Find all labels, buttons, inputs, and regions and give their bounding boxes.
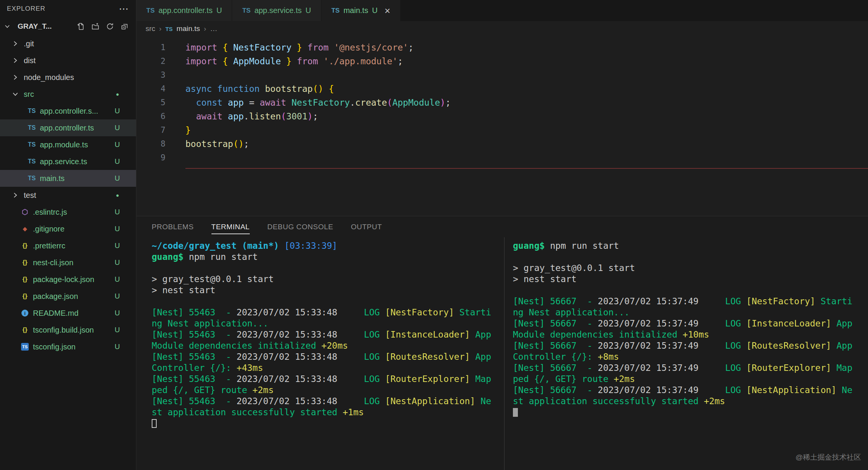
tree-item-package-lock-json[interactable]: {}package-lock.jsonU <box>0 271 136 288</box>
text-segment: { <box>329 84 334 94</box>
more-actions-icon[interactable]: ⋯ <box>119 3 129 15</box>
explorer-sidebar: EXPLORER ⋯ GRAY_T... <box>0 0 136 470</box>
terminal-line <box>513 285 868 296</box>
code-text: await app.listen(3001); <box>165 109 318 123</box>
tab-main-ts[interactable]: TSmain.tsU× <box>321 0 401 21</box>
terminal-line: [Nest] 55463 - 2023/07/02 15:33:48 LOG [… <box>152 374 504 385</box>
text-segment <box>329 42 334 52</box>
text-segment: Starti <box>459 307 491 317</box>
breadcrumb-folder[interactable]: src <box>146 24 155 33</box>
text-segment: ) <box>308 111 313 121</box>
json-icon: {} <box>20 276 30 283</box>
tree-item-app-module-ts[interactable]: TSapp.module.tsU <box>0 136 136 153</box>
breadcrumb-more[interactable]: … <box>210 24 217 33</box>
text-segment: 2023/07/02 15:33:48 <box>237 352 337 362</box>
git-changes-dot-icon: ● <box>116 91 119 97</box>
text-segment: [Nest] 56667 - <box>513 341 598 351</box>
text-segment: LOG <box>364 352 385 362</box>
tree-item-src[interactable]: src● <box>0 86 136 103</box>
text-segment: [NestApplication] <box>746 385 842 395</box>
text-segment <box>292 56 297 66</box>
tree-item-app-service-ts[interactable]: TSapp.service.tsU <box>0 153 136 170</box>
terminal-line: Module dependencies initialized +10ms <box>513 329 868 340</box>
ts-icon: TS <box>27 158 37 165</box>
text-segment <box>279 241 284 251</box>
terminal-line: [Nest] 56667 - 2023/07/02 15:37:49 LOG [… <box>513 296 868 307</box>
text-segment: [RouterExplorer] <box>385 374 475 384</box>
text-segment <box>260 84 265 94</box>
code-editor[interactable]: 1import { NestFactory } from '@nestjs/co… <box>136 36 868 216</box>
new-folder-icon[interactable] <box>92 23 99 30</box>
terminal-cursor <box>513 408 518 417</box>
line-number: 4 <box>136 82 165 96</box>
text-segment: { <box>223 56 228 66</box>
json-icon: {} <box>20 242 30 250</box>
line-number: 7 <box>136 123 165 137</box>
text-segment <box>337 396 364 406</box>
text-segment: . <box>244 111 249 121</box>
breadcrumb: src › TS main.ts › … <box>136 21 868 36</box>
tree-item-tsconfig-build-json[interactable]: {}tsconfig.build.jsonU <box>0 321 136 338</box>
tree-item-git[interactable]: .git <box>0 35 136 52</box>
panel-tab-output[interactable]: OUTPUT <box>351 220 382 234</box>
tree-item-app-controller-ts[interactable]: TSapp.controller.tsU <box>0 119 136 136</box>
collapse-all-icon[interactable] <box>121 23 128 30</box>
tree-item-readme-md[interactable]: iREADME.mdU <box>0 305 136 321</box>
text-segment: App <box>475 352 491 362</box>
tree-item-main-ts[interactable]: TSmain.tsU <box>0 170 136 187</box>
line-number: 1 <box>136 41 165 54</box>
tree-item-tsconfig-json[interactable]: TStsconfig.jsonU <box>0 338 136 355</box>
tree-item-prettierrc[interactable]: {}.prettierrcU <box>0 237 136 254</box>
tree-item-label: app.controller.s... <box>40 107 98 116</box>
typescript-icon: TS <box>242 7 251 15</box>
text-segment: listen <box>249 111 281 121</box>
json-icon: {} <box>20 292 30 300</box>
panel-tab-debug-console[interactable]: DEBUG CONSOLE <box>267 220 333 234</box>
text-segment: 3001 <box>286 111 307 121</box>
line-number: 5 <box>136 96 165 109</box>
tree-item-test[interactable]: test● <box>0 187 136 204</box>
new-file-icon[interactable] <box>77 23 85 30</box>
code-line: 5 const app = await NestFactory.create(A… <box>136 96 868 109</box>
text-segment: [Nest] 55463 - <box>152 352 237 362</box>
text-segment: Map <box>475 374 491 384</box>
tab-app-controller-ts[interactable]: TSapp.controller.tsU <box>136 0 232 21</box>
tree-item-label: nest-cli.json <box>33 258 74 267</box>
chevron-right-icon <box>11 56 20 65</box>
tree-item-gitignore[interactable]: ◆.gitignoreU <box>0 220 136 237</box>
code-line: 8bootstrap(); <box>136 137 868 151</box>
project-section-header[interactable]: GRAY_T... <box>0 18 136 35</box>
chevron-right-icon <box>11 191 20 199</box>
terminal-right[interactable]: guang$ npm run start> gray_test@0.0.1 st… <box>504 237 868 470</box>
text-segment: 2023/07/02 15:37:49 <box>598 363 699 373</box>
close-tab-icon[interactable]: × <box>385 7 390 15</box>
tree-item-nest-cli-json[interactable]: {}nest-cli.jsonU <box>0 254 136 271</box>
text-segment: [RoutesResolver] <box>746 341 836 351</box>
terminal-line: [Nest] 55463 - 2023/07/02 15:33:48 LOG [… <box>152 329 504 340</box>
text-segment <box>185 111 196 121</box>
text-segment: . <box>350 98 355 108</box>
text-segment: LOG <box>725 318 746 328</box>
tree-item-node-modules[interactable]: node_modules <box>0 69 136 86</box>
ts-icon: TS <box>27 124 37 131</box>
text-segment: App <box>475 330 491 339</box>
tab-app-service-ts[interactable]: TSapp.service.tsU <box>232 0 321 21</box>
tree-item-app-controller-s[interactable]: TSapp.controller.s...U <box>0 103 136 119</box>
text-segment <box>337 374 364 384</box>
terminal-left[interactable]: ~/code/gray_test (main*) [03:33:39]guang… <box>136 237 504 470</box>
panel-tab-terminal[interactable]: TERMINAL <box>211 220 250 234</box>
eslint-icon <box>20 209 30 215</box>
tree-item-dist[interactable]: dist <box>0 52 136 69</box>
tree-item-label: README.md <box>33 309 79 318</box>
text-segment <box>281 56 286 66</box>
text-segment <box>212 84 217 94</box>
tree-item-package-json[interactable]: {}package.jsonU <box>0 288 136 305</box>
text-segment: npm run start <box>545 241 619 251</box>
panel-tab-problems[interactable]: PROBLEMS <box>152 220 194 234</box>
refresh-icon[interactable] <box>106 23 114 30</box>
text-segment: [InstanceLoader] <box>385 330 475 339</box>
breadcrumb-file[interactable]: main.ts <box>177 24 200 33</box>
project-name: GRAY_T... <box>18 22 52 31</box>
panel-tabbar: PROBLEMSTERMINALDEBUG CONSOLEOUTPUT <box>136 216 868 237</box>
tree-item-eslintrc-js[interactable]: .eslintrc.jsU <box>0 204 136 220</box>
